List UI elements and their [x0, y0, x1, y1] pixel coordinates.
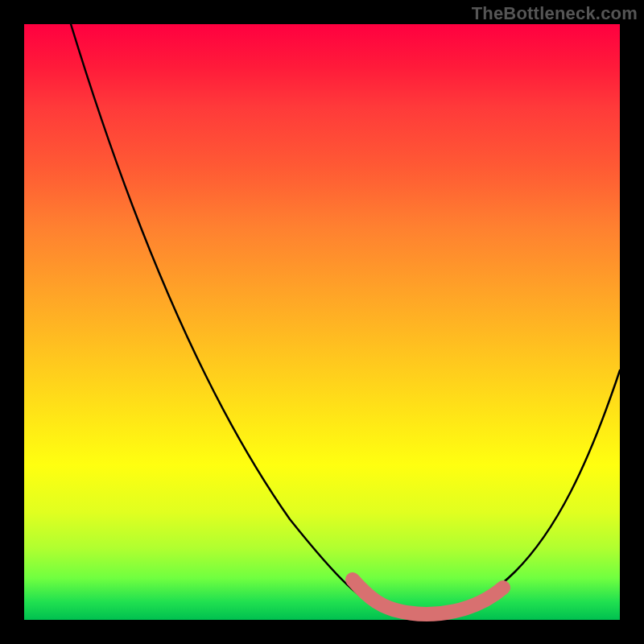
highlight-band: [353, 580, 503, 614]
chart-frame: TheBottleneck.com: [0, 0, 644, 644]
plot-area: [24, 24, 620, 620]
curve-layer: [24, 24, 620, 620]
watermark-text: TheBottleneck.com: [472, 3, 638, 24]
bottleneck-curve: [71, 24, 620, 615]
